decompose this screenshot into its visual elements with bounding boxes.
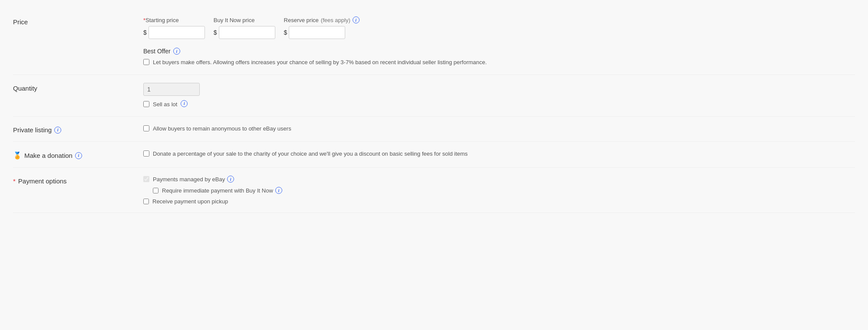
sell-as-lot-checkbox[interactable] (143, 101, 149, 107)
buy-it-now-currency: $ (214, 29, 217, 36)
price-label: Price (13, 16, 143, 26)
price-content: *Starting price $ Buy It Now price $ Res… (143, 16, 855, 67)
make-donation-checkbox[interactable] (143, 150, 149, 157)
managed-payments-checkbox (143, 176, 149, 182)
best-offer-title: Best Offer i (143, 48, 855, 55)
best-offer-section: Best Offer i Let buyers make offers. All… (143, 48, 855, 67)
donation-icon: 🏅 (13, 151, 22, 160)
best-offer-checkbox-label: Let buyers make offers. Allowing offers … (153, 58, 487, 67)
starting-price-label: *Starting price (143, 17, 205, 23)
buy-it-now-input[interactable] (219, 26, 275, 39)
sell-as-lot-info-icon[interactable]: i (181, 100, 188, 107)
private-listing-checkbox-row: Allow buyers to remain anonymous to othe… (143, 124, 855, 133)
sell-as-lot-label: Sell as lot (153, 100, 177, 109)
reserve-price-label: Reserve price (fees apply) i (284, 16, 360, 23)
make-donation-label: 🏅 Make a donation i (13, 150, 143, 160)
private-listing-label: Private listing i (13, 124, 143, 134)
private-listing-checkbox[interactable] (143, 125, 149, 131)
make-donation-content: Donate a percentage of your sale to the … (143, 150, 855, 158)
sell-as-lot-row: Sell as lot i (143, 100, 855, 109)
starting-price-currency: $ (143, 29, 147, 36)
pickup-payment-checkbox[interactable] (143, 199, 149, 204)
private-listing-checkbox-label: Allow buyers to remain anonymous to othe… (153, 124, 291, 133)
payment-options-section: *Payment options Payments managed by eBa… (13, 168, 855, 213)
private-listing-section: Private listing i Allow buyers to remain… (13, 117, 855, 142)
payment-options-label: *Payment options (13, 176, 143, 185)
immediate-payment-row: Require immediate payment with Buy It No… (153, 187, 855, 194)
pickup-payment-label: Receive payment upon pickup (152, 198, 228, 205)
quantity-input[interactable] (143, 83, 200, 96)
reserve-price-group: Reserve price (fees apply) i $ (284, 16, 360, 39)
quantity-label: Quantity (13, 83, 143, 92)
private-listing-content: Allow buyers to remain anonymous to othe… (143, 124, 855, 133)
managed-payments-label: Payments managed by eBay i (153, 176, 234, 183)
fees-apply-text: (fees apply) (321, 17, 350, 23)
make-donation-checkbox-row: Donate a percentage of your sale to the … (143, 150, 855, 158)
reserve-price-wrapper: $ (284, 26, 360, 39)
make-donation-info-icon[interactable]: i (75, 152, 82, 159)
price-fields: *Starting price $ Buy It Now price $ Res… (143, 16, 855, 39)
buy-it-now-wrapper: $ (214, 26, 275, 39)
reserve-price-currency: $ (284, 29, 287, 36)
starting-price-group: *Starting price $ (143, 17, 205, 39)
private-listing-info-icon[interactable]: i (54, 127, 61, 134)
quantity-section: Quantity Sell as lot i (13, 75, 855, 117)
make-donation-section: 🏅 Make a donation i Donate a percentage … (13, 142, 855, 168)
best-offer-checkbox[interactable] (143, 59, 149, 65)
payment-options-list: Payments managed by eBay i Require immed… (143, 176, 855, 205)
buy-it-now-label: Buy It Now price (214, 17, 275, 23)
managed-payments-row: Payments managed by eBay i (143, 176, 855, 183)
quantity-content: Sell as lot i (143, 83, 855, 109)
best-offer-checkbox-row: Let buyers make offers. Allowing offers … (143, 58, 855, 67)
immediate-payment-label: Require immediate payment with Buy It No… (162, 187, 282, 194)
starting-price-input[interactable] (149, 26, 205, 39)
reserve-price-input[interactable] (289, 26, 345, 39)
starting-price-wrapper: $ (143, 26, 205, 39)
managed-payments-info-icon[interactable]: i (227, 176, 234, 183)
make-donation-checkbox-label: Donate a percentage of your sale to the … (153, 150, 468, 158)
pickup-payment-row: Receive payment upon pickup (143, 198, 855, 205)
immediate-payment-info-icon[interactable]: i (275, 187, 282, 194)
immediate-payment-checkbox[interactable] (153, 188, 158, 193)
best-offer-info-icon[interactable]: i (173, 48, 180, 55)
payment-options-content: Payments managed by eBay i Require immed… (143, 176, 855, 205)
reserve-price-info-icon[interactable]: i (353, 16, 360, 23)
buy-it-now-group: Buy It Now price $ (214, 17, 275, 39)
price-section: Price *Starting price $ Buy It Now price… (13, 9, 855, 75)
